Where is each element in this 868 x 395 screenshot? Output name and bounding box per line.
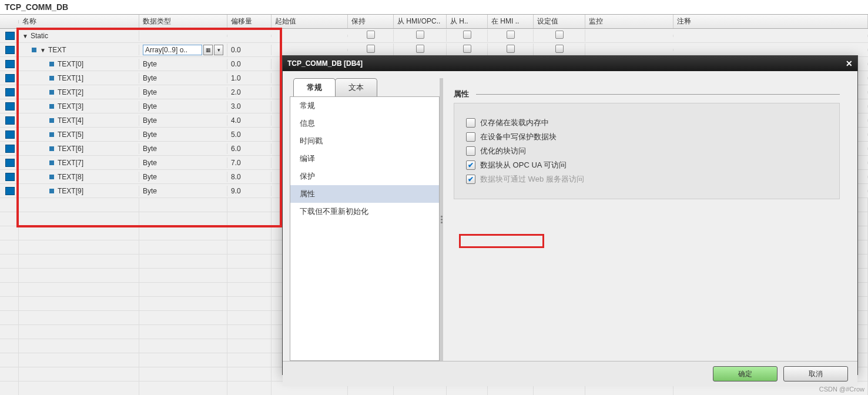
dialog-titlebar[interactable]: TCP_COMM_DB [DB4] ✕ xyxy=(283,56,857,71)
tab-general[interactable]: 常规 xyxy=(293,78,336,96)
element-icon xyxy=(49,90,54,95)
checkbox-icon[interactable] xyxy=(466,132,475,142)
attribute-label: 在设备中写保护数据块 xyxy=(480,132,557,142)
nav-item[interactable]: 信息 xyxy=(290,115,439,132)
col-hmi3[interactable]: 在 HMI .. xyxy=(488,15,534,28)
element-icon xyxy=(49,76,54,81)
col-offset[interactable]: 偏移量 xyxy=(227,15,272,28)
col-start[interactable]: 起始值 xyxy=(272,15,348,28)
close-icon[interactable]: ✕ xyxy=(846,59,853,68)
type-input[interactable]: Array[0..9] o.. xyxy=(143,45,202,55)
dialog-tabs: 常规 文本 xyxy=(293,78,440,96)
dropdown-button[interactable]: ▾ xyxy=(214,45,223,55)
db-row-icon xyxy=(5,116,15,125)
attribute-option: 数据块可通过 Web 服务器访问 xyxy=(466,174,827,185)
chevron-down-icon[interactable]: ▼ xyxy=(40,47,46,53)
table-row[interactable]: ▼Static xyxy=(0,29,868,43)
nav-item[interactable]: 编译 xyxy=(290,150,439,168)
element-icon xyxy=(32,48,36,52)
element-icon xyxy=(49,104,54,109)
db-row-icon xyxy=(5,173,15,181)
attribute-label: 数据块从 OPC UA 可访问 xyxy=(480,160,567,170)
main-title: TCP_COMM_DB xyxy=(0,0,868,15)
db-row-icon xyxy=(5,88,15,96)
cancel-button[interactable]: 取消 xyxy=(783,366,848,381)
browse-button[interactable]: ▦ xyxy=(203,45,213,55)
db-row-icon xyxy=(5,60,15,68)
attribute-option[interactable]: 优化的块访问 xyxy=(466,146,827,156)
attribute-label: 优化的块访问 xyxy=(480,146,526,156)
db-row-icon xyxy=(5,130,15,139)
tab-text[interactable]: 文本 xyxy=(335,78,377,96)
nav-item[interactable]: 属性 xyxy=(290,185,439,203)
dialog-nav: 常规信息时间戳编译保护属性下载但不重新初始化 xyxy=(290,96,440,361)
checkbox-icon[interactable] xyxy=(466,160,475,170)
attributes-panel: 仅存储在装载内存中 在设备中写保护数据块 优化的块访问 数据块从 OPC UA … xyxy=(454,103,840,199)
nav-item[interactable]: 时间戳 xyxy=(290,132,439,150)
db-row-icon xyxy=(5,46,15,54)
checkbox-icon[interactable] xyxy=(416,31,424,39)
checkbox-icon[interactable] xyxy=(555,31,564,39)
checkbox-icon[interactable] xyxy=(367,45,375,53)
element-icon xyxy=(49,146,54,151)
nav-item[interactable]: 常规 xyxy=(290,97,439,115)
nav-item[interactable]: 下载但不重新初始化 xyxy=(290,203,439,220)
db-row-icon xyxy=(5,74,15,82)
col-hmi2[interactable]: 从 H.. xyxy=(447,15,488,28)
element-icon xyxy=(49,118,54,123)
table-header: 名称 数据类型 偏移量 起始值 保持 从 HMI/OPC.. 从 H.. 在 H… xyxy=(0,15,868,29)
element-icon xyxy=(49,175,54,179)
element-icon xyxy=(49,189,54,193)
checkbox-icon[interactable] xyxy=(463,31,471,39)
attribute-option[interactable]: 在设备中写保护数据块 xyxy=(466,132,827,142)
watermark: CSDN @#Crow xyxy=(819,386,864,393)
col-type[interactable]: 数据类型 xyxy=(139,15,227,28)
checkbox-icon xyxy=(466,175,475,184)
col-hmi1[interactable]: 从 HMI/OPC.. xyxy=(394,15,447,28)
checkbox-icon[interactable] xyxy=(463,45,471,53)
db-row-icon xyxy=(5,102,15,111)
checkbox-icon[interactable] xyxy=(507,31,515,39)
attribute-option[interactable]: 数据块从 OPC UA 可访问 xyxy=(466,160,827,170)
dialog-title-text: TCP_COMM_DB [DB4] xyxy=(287,59,363,68)
attribute-label: 仅存储在装载内存中 xyxy=(480,118,549,128)
checkbox-icon[interactable] xyxy=(367,31,375,39)
attribute-option[interactable]: 仅存储在装载内存中 xyxy=(466,118,827,128)
element-icon xyxy=(49,160,54,165)
checkbox-icon[interactable] xyxy=(466,146,475,156)
db-row-icon xyxy=(5,187,15,195)
db-row-icon xyxy=(5,32,15,40)
col-name[interactable]: 名称 xyxy=(19,15,139,28)
col-set[interactable]: 设定值 xyxy=(534,15,585,28)
element-icon xyxy=(49,62,54,66)
ok-button[interactable]: 确定 xyxy=(713,366,777,381)
checkbox-icon[interactable] xyxy=(466,118,475,128)
col-monitor[interactable]: 监控 xyxy=(585,15,673,28)
properties-dialog: TCP_COMM_DB [DB4] ✕ 常规 文本 常规信息时间戳编译保护属性下… xyxy=(282,55,858,375)
db-row-icon xyxy=(5,145,15,153)
nav-item[interactable]: 保护 xyxy=(290,168,439,185)
checkbox-icon[interactable] xyxy=(507,45,515,53)
db-row-icon xyxy=(5,159,15,167)
col-comment[interactable]: 注释 xyxy=(673,15,868,28)
col-keep[interactable]: 保持 xyxy=(348,15,394,28)
checkbox-icon[interactable] xyxy=(555,45,564,53)
checkbox-icon[interactable] xyxy=(416,45,424,53)
element-icon xyxy=(49,132,54,137)
attribute-label: 数据块可通过 Web 服务器访问 xyxy=(480,174,584,185)
chevron-down-icon[interactable]: ▼ xyxy=(22,33,28,39)
dialog-footer: 确定 取消 xyxy=(283,361,857,386)
attributes-heading: 属性 xyxy=(454,89,840,99)
